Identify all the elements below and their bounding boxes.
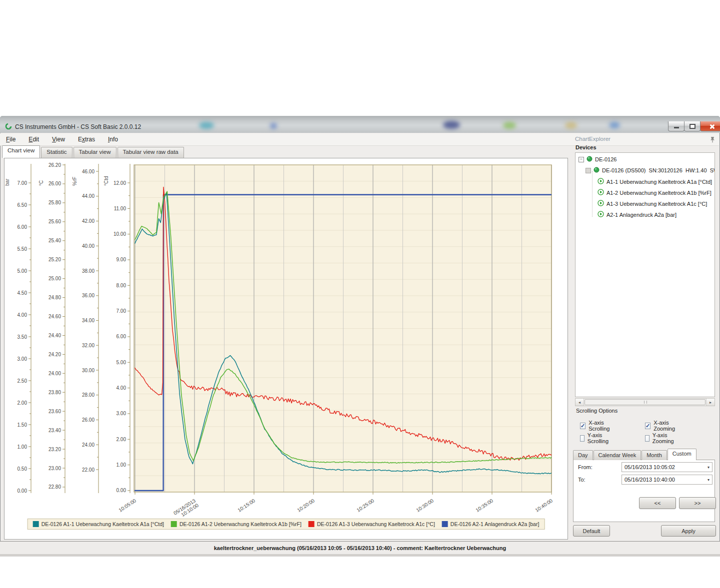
checkbox-y-axis-zooming[interactable]: Y-axis Zooming (645, 432, 676, 444)
y-tick-label: 25.00 (48, 276, 61, 281)
tree-item-label: A1-1 Ueberwachung Kaeltetrock A1a [°Ctd] (606, 179, 712, 185)
main-tab-strip: Chart viewStatisticTabular viewTabular v… (2, 146, 185, 158)
checked-checkbox-icon[interactable]: ✓ (580, 423, 586, 429)
y-tick-label: 1.00 (116, 462, 126, 468)
default-button-label: Default (583, 528, 600, 534)
x-tick-label: 10:05:00 (118, 498, 137, 513)
period-tab-calendar-week[interactable]: Calendar Week (594, 450, 642, 460)
y-tick-label: 23.60 (48, 409, 61, 414)
from-datetime-select[interactable]: 05/16/2013 10:05:02 ▾ (622, 462, 712, 472)
y-tick-label: 6.50 (18, 202, 28, 208)
minimize-button[interactable] (668, 121, 684, 131)
range-next-button[interactable]: >> (679, 497, 716, 509)
from-label: From: (578, 464, 592, 470)
y-tick-label: 25.20 (48, 257, 61, 262)
y-tick-label: 0.50 (18, 466, 28, 472)
tree-item[interactable]: A1-2 Ueberwachung Kaeltetrock A1b [%rF] (598, 189, 712, 196)
apply-button[interactable]: Apply (661, 525, 716, 537)
y-tick-label: 1.00 (18, 444, 28, 450)
y-tick-label: 8.00 (116, 283, 126, 288)
tree-item[interactable]: A2-1 Anlagendruck A2a [bar] (598, 211, 676, 218)
y-tick-label: 34.00 (82, 318, 94, 323)
device-tree[interactable]: −DE-0126DE-0126 (DS500) SN:30120126 HW:1… (575, 152, 715, 397)
period-tab-month[interactable]: Month (642, 450, 667, 460)
menu-edit[interactable]: Edit (28, 136, 39, 143)
y-tick-label: 44.00 (82, 193, 94, 199)
menu-view[interactable]: View (52, 136, 65, 143)
y-tick-label: 25.40 (48, 238, 61, 243)
close-button[interactable] (700, 121, 720, 131)
titlebar-reflection (270, 123, 277, 129)
chart-plot[interactable]: bar7.006.506.005.505.004.504.003.503.002… (5, 159, 566, 518)
tab-chart-view[interactable]: Chart view (2, 145, 40, 158)
y-tick-label: 3.00 (18, 356, 28, 362)
y-tick-label: 36.00 (82, 293, 94, 298)
tree-item[interactable]: A1-1 Ueberwachung Kaeltetrock A1a [°Ctd] (598, 178, 712, 185)
legend-swatch (442, 521, 448, 527)
devices-label: Devices (576, 144, 596, 150)
scroll-left-arrow-icon[interactable]: ◂ (576, 399, 584, 406)
y-tick-label: 24.80 (48, 295, 61, 300)
x-tick-label: 10:40:00 (534, 498, 554, 513)
checkbox-label: X-axis Zooming (654, 420, 676, 432)
tree-node-icon[interactable] (586, 168, 591, 173)
pin-icon[interactable] (710, 136, 715, 145)
tree-item[interactable]: A1-3 Ueberwachung Kaeltetrock A1c [°C] (598, 200, 707, 207)
y-axis-title: °C (38, 180, 44, 186)
y-tick-label: 1.50 (18, 422, 28, 428)
y-tick-label: 6.00 (18, 224, 28, 230)
y-tick-label: 5.00 (18, 268, 28, 274)
period-tab-day[interactable]: Day (573, 450, 593, 460)
tree-item[interactable]: DE-0126 (DS500) SN:30120126 HW:1.40 SW (586, 167, 715, 174)
y-tick-label: 26.00 (82, 417, 94, 423)
legend-item: DE-0126 A1-1 Ueberwachung Kaeltetrock A1… (33, 521, 164, 527)
scrollbar-thumb[interactable] (584, 399, 706, 405)
tab-tabular-view-raw-data[interactable]: Tabular view raw data (118, 147, 184, 158)
checked-checkbox-icon[interactable]: ✓ (645, 423, 650, 429)
period-tab-custom[interactable]: Custom (668, 449, 696, 460)
tree-collapse-icon[interactable]: − (578, 157, 584, 162)
y-tick-label: 0.00 (116, 488, 126, 493)
channel-play-icon (598, 200, 604, 207)
restore-button[interactable] (684, 121, 700, 131)
range-previous-button[interactable]: << (639, 497, 676, 509)
window-controls (668, 121, 720, 131)
unchecked-checkbox-icon[interactable] (580, 435, 584, 442)
y-axis-title: bar (5, 178, 10, 186)
from-datetime-value: 05/16/2013 10:05:02 (622, 464, 705, 470)
tree-item-label: DE-0126 (DS500) SN:30120126 HW:1.40 SW (602, 167, 715, 173)
y-tick-label: 2.50 (18, 378, 28, 384)
tab-statistic[interactable]: Statistic (41, 147, 72, 158)
y-axis-title: °Ctd (104, 176, 109, 186)
tab-tabular-view[interactable]: Tabular view (74, 147, 116, 158)
menu-extras[interactable]: Extras (78, 136, 95, 143)
apply-button-label: Apply (682, 528, 696, 534)
tree-item[interactable]: −DE-0126 (578, 156, 616, 163)
menu-file[interactable]: File (6, 136, 16, 143)
y-tick-label: 24.20 (48, 352, 61, 357)
y-tick-label: 23.00 (48, 466, 61, 471)
window-title: CS Instruments GmbH - CS Soft Basic 2.0.… (15, 123, 141, 130)
menu-info[interactable]: Info (108, 136, 118, 143)
y-tick-label: 6.00 (116, 334, 126, 339)
app-logo-icon (5, 123, 12, 130)
chevron-down-icon: ▾ (705, 465, 712, 470)
y-tick-label: 2.00 (116, 437, 126, 442)
checkbox-x-axis-scrolling[interactable]: ✓X-axis Scrolling (580, 420, 610, 432)
y-tick-label: 42.00 (82, 218, 94, 224)
checkbox-x-axis-zooming[interactable]: ✓X-axis Zooming (645, 420, 676, 432)
scroll-right-arrow-icon[interactable]: ▸ (706, 399, 714, 406)
checkbox-y-axis-scrolling[interactable]: Y-axis Scrolling (580, 432, 610, 444)
y-tick-label: 3.00 (116, 411, 126, 416)
tree-connector (592, 171, 592, 217)
legend-swatch (308, 521, 314, 527)
y-tick-label: 24.40 (48, 333, 61, 338)
to-datetime-select[interactable]: 05/16/2013 10:40:00 ▾ (622, 475, 712, 485)
unchecked-checkbox-icon[interactable] (645, 435, 650, 442)
y-tick-label: 0.00 (18, 488, 28, 494)
y-tick-label: 11.00 (114, 206, 126, 211)
y-tick-label: 28.00 (82, 392, 94, 398)
default-button[interactable]: Default (573, 525, 610, 537)
tree-item-label: A2-1 Anlagendruck A2a [bar] (606, 212, 676, 218)
tree-horizontal-scrollbar[interactable]: ◂ ▸ (575, 398, 715, 406)
